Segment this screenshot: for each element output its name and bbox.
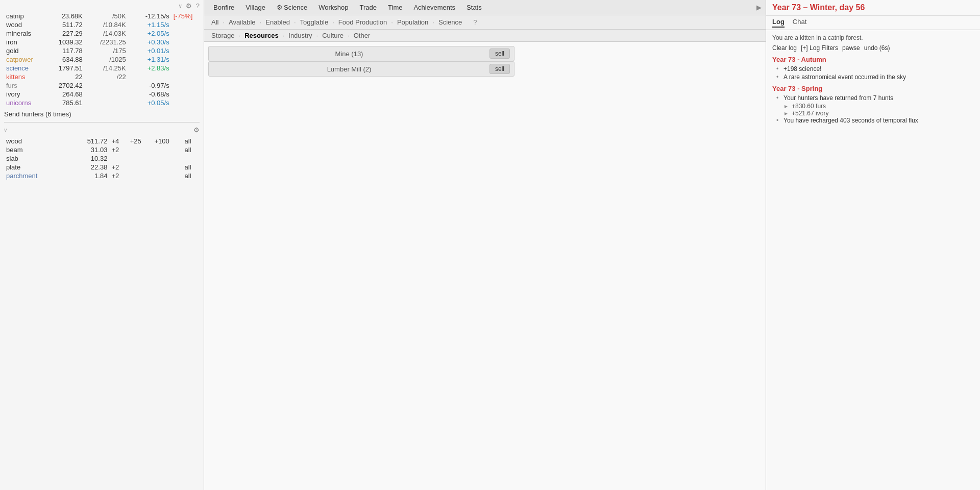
resource-value: 22: [47, 72, 85, 81]
filter-item-available[interactable]: Available: [226, 18, 259, 27]
log-intro: You are a kitten in a catnip forest.: [772, 34, 974, 41]
log-entry-text: Your hunters have returned from 7 hunts: [783, 94, 893, 102]
resource-row: catpower 634.88 /1025 +1.31/s: [4, 55, 200, 64]
sub-filter-item-storage[interactable]: Storage: [208, 31, 238, 40]
sidebar-header: v ⚙ ?: [4, 2, 200, 10]
undo-button[interactable]: undo (6s): [864, 44, 890, 52]
trade-row: plate 22.38 +2all: [4, 163, 200, 172]
help-icon[interactable]: ?: [196, 2, 200, 10]
filter-item-togglable[interactable]: Togglable: [297, 18, 332, 27]
resource-name[interactable]: unicorns: [4, 99, 47, 107]
right-panel: Year 73 – Winter, day 56 LogChat You are…: [766, 0, 980, 490]
log-entry-text: A rare astronomical event occurred in th…: [783, 74, 906, 81]
resource-value: 785.61: [47, 99, 85, 107]
trade-btn2[interactable]: +25: [128, 137, 153, 145]
nav-item-achievements[interactable]: Achievements: [408, 3, 460, 12]
section-divider: [4, 122, 200, 122]
buildings-area: Mine (13) sell Lumber Mill (2) sell: [204, 42, 766, 490]
resource-name[interactable]: iron: [4, 38, 47, 46]
resource-rate: -12.15/s: [128, 12, 172, 20]
building-sell-button[interactable]: sell: [489, 48, 510, 59]
section-v-label: v: [4, 127, 7, 133]
trade-btn3[interactable]: +100: [152, 137, 182, 145]
nav-item-bonfire[interactable]: Bonfire: [208, 3, 239, 12]
nav-item-village[interactable]: Village: [240, 3, 271, 12]
trade-btn4[interactable]: all: [183, 172, 200, 180]
resource-rate: +1.31/s: [128, 55, 172, 64]
nav-item-time[interactable]: Time: [383, 3, 407, 12]
clear-log-button[interactable]: Clear log: [772, 44, 797, 52]
filter-bar: All·Available·Enabled·Togglable·Food Pro…: [204, 15, 766, 30]
resource-name[interactable]: kittens: [4, 72, 47, 81]
trade-btn4[interactable]: all: [183, 163, 200, 172]
log-entry: ▸+830.60 furs: [785, 103, 974, 110]
collapse-arrow-top[interactable]: v: [179, 3, 182, 9]
log-entry-text: +521.67 ivory: [792, 110, 828, 117]
nav-item-trade[interactable]: Trade: [355, 3, 382, 12]
building-row: Lumber Mill (2) sell: [208, 61, 514, 77]
resource-value: 2702.42: [47, 81, 85, 90]
resource-name[interactable]: wood: [4, 20, 47, 29]
building-sell-button[interactable]: sell: [489, 64, 510, 74]
resource-name[interactable]: catnip: [4, 12, 47, 20]
filter-item-science[interactable]: Science: [435, 18, 465, 27]
sub-filter-dot: ·: [316, 32, 318, 39]
log-entries: •+198 science!•A rare astronomical event…: [776, 65, 974, 81]
filter-item-population[interactable]: Population: [394, 18, 431, 27]
filter-item-help[interactable]: ?: [470, 18, 480, 27]
nav-item-science[interactable]: ⚙Science: [272, 3, 312, 12]
log-entry: •Your hunters have returned from 7 hunts: [776, 94, 974, 102]
resource-max: [85, 90, 128, 99]
trade-btn1[interactable]: +2: [109, 172, 128, 180]
resource-name[interactable]: furs: [4, 81, 47, 90]
trade-resource-name: slab: [4, 154, 61, 163]
expand-arrow[interactable]: ▶: [756, 4, 762, 11]
sub-filter-item-industry[interactable]: Industry: [285, 31, 315, 40]
sub-filter-item-other[interactable]: Other: [351, 31, 374, 40]
resource-name[interactable]: science: [4, 64, 47, 72]
trade-table: wood 511.72 +4+25+100all beam 31.03 +2al…: [4, 137, 200, 180]
trade-btn1[interactable]: +2: [109, 145, 128, 154]
trade-resource-value: 1.84: [61, 172, 109, 180]
nav-item-workshop[interactable]: Workshop: [313, 3, 353, 12]
trade-btn4[interactable]: all: [183, 137, 200, 145]
pawse-button[interactable]: pawse: [842, 44, 860, 52]
building-name[interactable]: Mine (13): [213, 50, 485, 58]
filter-item-food_production[interactable]: Food Production: [335, 18, 390, 27]
log-entry: •+198 science!: [776, 65, 974, 72]
resource-name[interactable]: minerals: [4, 29, 47, 38]
navbar: BonfireVillage⚙ScienceWorkshopTradeTimeA…: [204, 0, 766, 15]
resource-name[interactable]: ivory: [4, 90, 47, 99]
resource-name[interactable]: gold: [4, 46, 47, 55]
filter-dot: ·: [391, 18, 393, 26]
log-entry-text: +830.60 furs: [792, 103, 826, 110]
resource-name[interactable]: catpower: [4, 55, 47, 64]
trade-settings-icon[interactable]: ⚙: [193, 126, 200, 134]
log-filters-button[interactable]: [+] Log Filters: [801, 44, 838, 52]
settings-icon[interactable]: ⚙: [186, 2, 192, 10]
sub-filter-item-resources[interactable]: Resources: [241, 31, 281, 40]
right-tab-chat[interactable]: Chat: [793, 18, 806, 28]
trade-btn4[interactable]: all: [183, 145, 200, 154]
send-hunters[interactable]: Send hunters (6 times): [4, 110, 200, 118]
filter-dot: ·: [294, 18, 296, 26]
filter-item-all[interactable]: All: [208, 18, 222, 27]
left-sidebar: v ⚙ ? catnip 23.68K /50K -12.15/s [-75%]…: [0, 0, 204, 490]
trade-btn1[interactable]: +4: [109, 137, 128, 145]
nav-item-stats[interactable]: Stats: [461, 3, 487, 12]
resource-row: science 1797.51 /14.25K +2.83/s: [4, 64, 200, 72]
resource-max: /14.03K: [85, 29, 128, 38]
resource-row: ivory 264.68 -0.68/s: [4, 90, 200, 99]
resource-value: 1797.51: [47, 64, 85, 72]
right-tab-log[interactable]: Log: [772, 18, 785, 28]
sub-filter-dot: ·: [348, 32, 350, 39]
nav-items: BonfireVillage⚙ScienceWorkshopTradeTimeA…: [208, 3, 751, 12]
trade-btn1[interactable]: +2: [109, 163, 128, 172]
resource-max: /1025: [85, 55, 128, 64]
resource-row: gold 117.78 /175 +0.01/s: [4, 46, 200, 55]
resource-rate: +2.05/s: [128, 29, 172, 38]
log-entry-text: +198 science!: [783, 65, 821, 72]
sub-filter-item-culture[interactable]: Culture: [319, 31, 347, 40]
building-name[interactable]: Lumber Mill (2): [213, 65, 485, 73]
filter-item-enabled[interactable]: Enabled: [262, 18, 293, 27]
